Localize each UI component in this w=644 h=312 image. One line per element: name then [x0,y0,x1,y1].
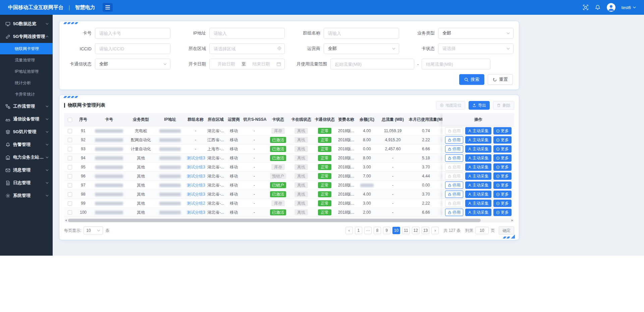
more-button[interactable]: 更多 [493,127,512,135]
more-button[interactable]: 更多 [493,209,512,216]
sidebar-item-overview[interactable]: 5G数据总览 [0,17,53,30]
open-date-range[interactable]: 开始日期 至 结束日期 [209,59,285,69]
page-button-12[interactable]: 12 [412,227,420,234]
page-button-13[interactable]: 13 [422,227,429,234]
disable-card-button[interactable]: 停用 [445,136,463,144]
more-button[interactable]: 更多 [493,200,512,207]
active-collect-button[interactable]: 主动采集 [465,136,491,144]
select-all-checkbox[interactable] [68,118,72,122]
sidebar-item-alarms[interactable]: 告警管理 [0,138,53,151]
group-link[interactable]: 测试分组3 [187,174,205,178]
disable-card-button[interactable]: 停用 [445,191,463,198]
row-checkbox[interactable] [68,129,72,133]
sidebar-item-comm-devices[interactable]: 通信设备管理 [0,113,53,125]
enable-card-button[interactable]: 启用 [445,200,463,207]
group-link[interactable]: 测试分组3 [187,156,205,160]
row-checkbox[interactable] [68,174,72,178]
group-link[interactable]: 测试分组3 [187,183,205,188]
scrollbar-thumb[interactable] [68,219,481,222]
group-link[interactable]: 测试分组3 [187,192,205,197]
sidebar-item-logs[interactable]: 日志管理 [0,176,53,189]
row-checkbox[interactable] [68,156,72,160]
sidebar-item-messages[interactable]: 消息管理 [0,164,53,176]
row-checkbox[interactable] [68,201,72,206]
card-status-select[interactable]: 请选择 [438,43,514,54]
row-checkbox[interactable] [68,183,72,188]
more-button[interactable]: 更多 [493,145,512,153]
per-page-select[interactable]: 10 [84,226,103,235]
group-link[interactable]: 测试分组2 [187,201,205,206]
reset-button[interactable]: 重置 [488,74,513,85]
ip-input[interactable] [209,28,285,39]
scroll-right-arrow[interactable] [512,219,513,221]
row-checkbox[interactable] [68,165,72,169]
more-button[interactable]: 更多 [493,181,512,189]
sidebar-subitem-private-network-0[interactable]: 物联网卡管理 [0,43,53,54]
sidebar-item-private-network[interactable]: 5G专网连接管理 [0,30,53,43]
export-button[interactable]: 导出 [469,101,490,110]
sidebar-item-power-station[interactable]: 电力业务主站管理 [0,151,53,164]
active-collect-button[interactable]: 主动采集 [465,181,491,189]
sidebar-subitem-private-network-2[interactable]: IP地址池管理 [0,66,53,77]
page-button-9[interactable]: 9 [383,227,390,234]
more-button[interactable]: 更多 [493,136,512,144]
active-collect-button[interactable]: 主动采集 [465,172,491,180]
active-collect-button[interactable]: 主动采集 [465,200,491,207]
row-checkbox[interactable] [68,147,72,151]
more-button[interactable]: 更多 [493,154,512,162]
group-link[interactable]: 测试分组3 [187,165,205,169]
active-collect-button[interactable]: 主动采集 [465,145,491,153]
comm-status-select[interactable]: 全部 [95,59,170,69]
search-button[interactable]: 搜索 [459,74,484,85]
menu-toggle-button[interactable] [103,3,113,12]
more-button[interactable]: 更多 [493,163,512,171]
enable-card-button[interactable]: 启用 [445,172,463,180]
user-menu[interactable]: test6 [622,5,636,10]
delete-button[interactable]: 删除 [493,101,514,110]
page-button-8[interactable]: 8 [374,227,381,234]
iccid-input[interactable] [95,43,170,54]
sidebar-subitem-private-network-4[interactable]: 卡异常统计 [0,89,53,100]
sidebar-item-slices[interactable]: 5G切片管理 [0,125,53,138]
page-button-11[interactable]: 11 [402,227,410,234]
enable-card-button[interactable]: 启用 [445,127,463,135]
enable-card-button[interactable]: 启用 [445,163,463,171]
disable-card-button[interactable]: 停用 [445,209,463,216]
business-type-select[interactable]: 全部 [438,28,514,39]
row-checkbox[interactable] [68,138,72,142]
goto-confirm-button[interactable]: 确定 [499,226,514,235]
page-button-10[interactable]: 10 [392,227,400,234]
goto-page-input[interactable] [475,227,489,234]
active-collect-button[interactable]: 主动采集 [465,191,491,198]
notification-bell-icon[interactable] [595,4,601,10]
fullscreen-icon[interactable] [583,4,589,10]
more-button[interactable]: 更多 [493,172,512,180]
avatar[interactable] [607,3,615,12]
row-checkbox[interactable] [68,192,72,197]
active-collect-button[interactable]: 主动采集 [465,154,491,162]
horizontal-scrollbar[interactable] [64,218,514,222]
prev-page-button[interactable]: ‹ [345,227,353,234]
active-collect-button[interactable]: 主动采集 [465,163,491,171]
sidebar-item-workflow[interactable]: 工作流管理 [0,100,53,113]
active-collect-button[interactable]: 主动采集 [465,209,491,216]
scroll-left-arrow[interactable] [65,219,67,221]
region-input[interactable] [209,43,285,54]
page-ellipsis-button[interactable]: ··· [364,227,372,234]
row-checkbox[interactable] [68,210,72,215]
more-button[interactable]: 更多 [493,191,512,198]
active-collect-button[interactable]: 主动采集 [465,127,491,135]
disable-card-button[interactable]: 停用 [445,154,463,162]
usage-start-input[interactable] [330,59,414,69]
region-picker-icon[interactable] [277,46,282,51]
disable-card-button[interactable]: 停用 [445,145,463,153]
card-no-input[interactable] [95,28,170,39]
sidebar-subitem-private-network-3[interactable]: 统计分析 [0,77,53,89]
sidebar-subitem-private-network-1[interactable]: 流量池管理 [0,54,53,66]
group-link[interactable]: 测试分组3 [187,210,205,215]
sidebar-item-system[interactable]: 系统管理 [0,189,53,202]
disable-card-button[interactable]: 停用 [445,181,463,189]
usage-end-input[interactable] [422,59,490,69]
page-button-1[interactable]: 1 [355,227,362,234]
group-name-input[interactable] [324,28,399,39]
